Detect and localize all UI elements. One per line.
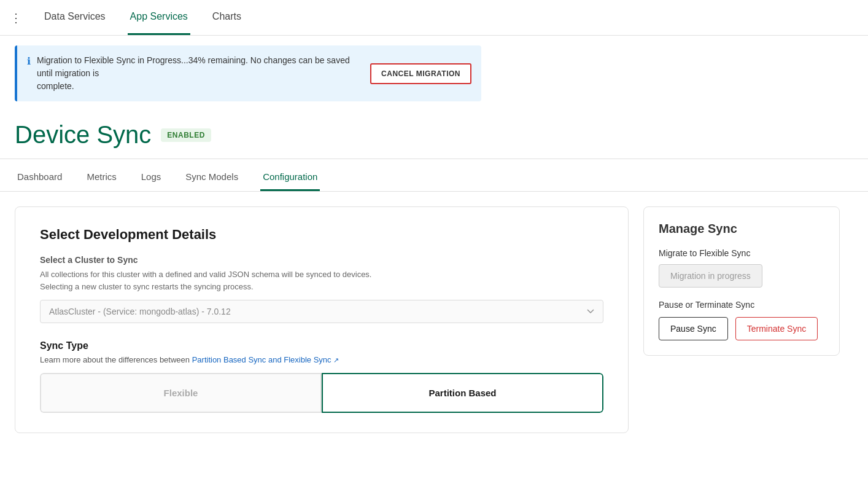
pause-terminate-label: Pause or Terminate Sync	[659, 300, 824, 310]
nav-item-charts[interactable]: Charts	[210, 0, 244, 35]
flexible-sync-button[interactable]: Flexible	[40, 373, 322, 413]
cluster-select[interactable]: AtlasCluster - (Service: mongodb-atlas) …	[40, 300, 603, 323]
banner-content: ℹ Migration to Flexible Sync in Progress…	[27, 54, 355, 93]
section-title: Select Development Details	[40, 227, 603, 243]
sync-type-desc: Learn more about the differences between…	[40, 355, 603, 364]
cluster-desc: All collections for this cluster with a …	[40, 268, 603, 292]
tab-dashboard[interactable]: Dashboard	[15, 164, 64, 191]
header-divider	[0, 159, 868, 159]
manage-sync-card: Manage Sync Migrate to Flexible Sync Mig…	[643, 206, 840, 356]
cluster-label: Select a Cluster to Sync	[40, 255, 603, 265]
enabled-badge: ENABLED	[161, 128, 211, 142]
content-area: Select Development Details Select a Clus…	[0, 192, 868, 448]
migration-banner: ℹ Migration to Flexible Sync in Progress…	[15, 45, 481, 101]
terminate-sync-button[interactable]: Terminate Sync	[735, 317, 818, 340]
external-link-icon: ↗	[333, 356, 339, 364]
info-icon: ℹ	[27, 55, 31, 67]
manage-sync-title: Manage Sync	[659, 222, 824, 236]
tab-sync-models[interactable]: Sync Models	[183, 164, 241, 191]
nav-item-app-services[interactable]: App Services	[128, 0, 190, 35]
partition-sync-button[interactable]: Partition Based	[322, 373, 603, 413]
tab-logs[interactable]: Logs	[139, 164, 164, 191]
pause-sync-button[interactable]: Pause Sync	[659, 317, 728, 340]
page-title: Device Sync	[15, 121, 151, 149]
nav-item-data-services[interactable]: Data Services	[42, 0, 108, 35]
tab-metrics[interactable]: Metrics	[84, 164, 118, 191]
tab-configuration[interactable]: Configuration	[260, 164, 320, 191]
sync-type-label: Sync Type	[40, 340, 603, 351]
sync-type-link[interactable]: Partition Based Sync and Flexible Sync ↗	[192, 355, 339, 364]
banner-text: Migration to Flexible Sync in Progress..…	[37, 54, 355, 93]
cancel-migration-button[interactable]: CANCEL MIGRATION	[370, 63, 471, 84]
action-buttons: Pause Sync Terminate Sync	[659, 317, 824, 340]
top-nav: ⋮ Data Services App Services Charts	[0, 0, 868, 36]
sync-type-buttons: Flexible Partition Based	[40, 373, 603, 413]
migrate-label: Migrate to Flexible Sync	[659, 248, 824, 258]
page-header: Device Sync ENABLED	[0, 111, 868, 149]
cluster-section: Select a Cluster to Sync All collections…	[40, 255, 603, 323]
tabs-nav: Dashboard Metrics Logs Sync Models Confi…	[0, 164, 868, 192]
migration-in-progress-button: Migration in progress	[659, 264, 762, 288]
sync-type-section: Sync Type Learn more about the differenc…	[40, 340, 603, 413]
config-card: Select Development Details Select a Clus…	[15, 206, 629, 433]
nav-dots-menu[interactable]: ⋮	[10, 10, 22, 25]
